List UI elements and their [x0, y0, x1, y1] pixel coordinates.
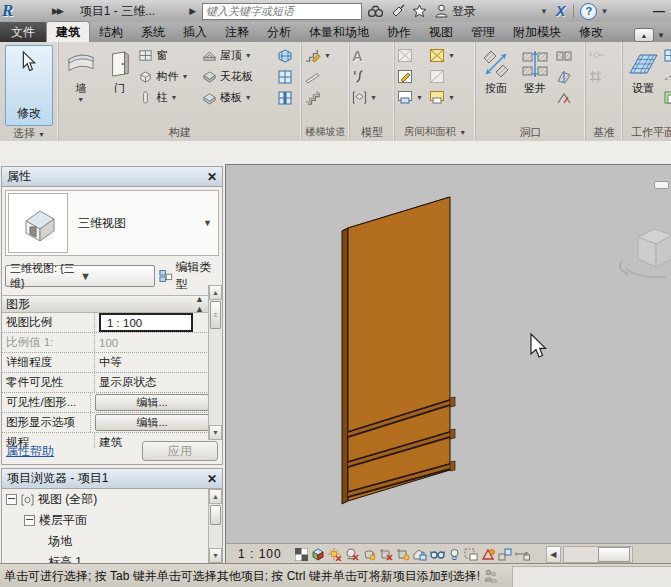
type-selector-caret-icon[interactable]: ▼: [203, 218, 218, 228]
displacement-set-icon[interactable]: [498, 547, 513, 562]
tab-addins[interactable]: 附加模块: [504, 22, 570, 42]
constraints-icon[interactable]: [515, 547, 530, 562]
show-workplane-button[interactable]: [663, 45, 671, 66]
tab-file[interactable]: 文件: [0, 22, 46, 42]
tab-massing-site[interactable]: 体量和场地: [300, 22, 378, 42]
property-row-view-scale[interactable]: 视图比例 1 : 100: [2, 313, 209, 333]
tab-annotate[interactable]: 注释: [216, 22, 258, 42]
editing-requests-icon[interactable]: [484, 569, 497, 583]
user-icon[interactable]: [433, 3, 450, 20]
tab-structure[interactable]: 结构: [90, 22, 132, 42]
shaft-button[interactable]: 竖井: [516, 45, 554, 95]
search-binoculars-icon[interactable]: [367, 3, 384, 20]
scroll-thumb[interactable]: [210, 505, 221, 525]
quick-access-expand-icon[interactable]: ▶▶: [52, 6, 62, 16]
scroll-up-icon[interactable]: ▲: [209, 285, 222, 300]
type-selector[interactable]: 三维视图 ▼: [5, 190, 219, 256]
door-button[interactable]: 门: [103, 45, 137, 95]
view-restore-button[interactable]: [654, 181, 669, 189]
panel-label-datum[interactable]: 基准: [586, 125, 622, 140]
section-collapse-icon[interactable]: ▲▲: [195, 294, 204, 314]
vertical-opening-button[interactable]: [556, 66, 578, 87]
drawing-area[interactable]: 1 : 100 ◀: [225, 164, 671, 564]
exchange-apps-icon[interactable]: X: [556, 3, 565, 19]
floor-button[interactable]: 楼板▼: [202, 87, 275, 108]
property-row-scale-value[interactable]: 比例值 1: 100: [2, 333, 209, 353]
sun-path-icon[interactable]: [328, 547, 343, 562]
tab-view[interactable]: 视图: [420, 22, 462, 42]
area-tag-button[interactable]: ▼: [429, 87, 463, 108]
favorites-star-icon[interactable]: [411, 3, 428, 20]
room-button[interactable]: [397, 45, 427, 66]
project-browser-header[interactable]: 项目浏览器 - 项目1 ✕: [2, 469, 222, 489]
shadows-icon[interactable]: [345, 547, 360, 562]
mullion-button[interactable]: [277, 87, 299, 108]
crop-view-icon[interactable]: [379, 547, 394, 562]
tree-item-site[interactable]: 场地: [2, 531, 222, 552]
unlocked-view-icon[interactable]: [413, 547, 428, 562]
panel-label-room-area[interactable]: 房间和面积 ▼: [395, 125, 475, 140]
dormer-opening-button[interactable]: [556, 87, 578, 108]
expander-icon[interactable]: [6, 494, 17, 505]
room-tag-button[interactable]: ▼: [397, 87, 427, 108]
properties-header[interactable]: 属性 ✕: [2, 167, 222, 187]
curtain-grid-button[interactable]: [277, 66, 299, 87]
view-scale-value[interactable]: 1 : 100: [99, 313, 193, 332]
analytical-model-icon[interactable]: [481, 547, 496, 562]
scroll-down-icon[interactable]: ▼: [209, 548, 222, 563]
tree-item-floor-plans[interactable]: 楼层平面: [2, 510, 222, 531]
curtain-system-button[interactable]: [277, 45, 299, 66]
panel-label-stairs[interactable]: 楼梯坡道: [302, 125, 349, 140]
apply-button[interactable]: 应用: [142, 441, 218, 461]
ref-plane-button[interactable]: [663, 66, 671, 87]
panel-label-build[interactable]: 构建: [59, 125, 301, 140]
grid-button[interactable]: [588, 66, 605, 87]
by-face-button[interactable]: 按面: [478, 45, 514, 95]
properties-close-icon[interactable]: ✕: [207, 170, 217, 184]
help-icon[interactable]: ?: [580, 3, 597, 20]
wall-opening-button[interactable]: [556, 45, 578, 66]
rendering-dialog-icon[interactable]: [362, 547, 377, 562]
properties-help-link[interactable]: 属性帮助: [6, 443, 54, 460]
detail-level-icon[interactable]: [294, 547, 309, 562]
tab-analyze[interactable]: 分析: [258, 22, 300, 42]
browser-scrollbar[interactable]: ▲ ▼: [208, 489, 222, 563]
ramp-button[interactable]: [304, 66, 331, 87]
visual-style-icon[interactable]: [311, 547, 326, 562]
property-row-graphic-display[interactable]: 图形显示选项 编辑...: [2, 413, 209, 433]
modify-button[interactable]: 修改: [5, 45, 53, 126]
ceiling-button[interactable]: 天花板: [202, 66, 275, 87]
hscroll-thumb[interactable]: [598, 547, 630, 562]
properties-scrollbar[interactable]: ▲ ≡ ▼: [208, 285, 222, 440]
scroll-thumb[interactable]: ≡: [210, 301, 221, 329]
help-caret-icon[interactable]: ▼: [600, 7, 608, 16]
search-flyout-icon[interactable]: ▶: [189, 6, 196, 16]
viewer-button[interactable]: [663, 87, 671, 108]
scroll-up-icon[interactable]: ▲: [209, 489, 222, 504]
graphic-display-edit-button[interactable]: 编辑...: [95, 414, 209, 431]
project-browser-close-icon[interactable]: ✕: [207, 472, 217, 486]
panel-label-opening[interactable]: 洞口: [476, 125, 585, 140]
visibility-edit-button[interactable]: 编辑...: [95, 394, 209, 411]
panel-label-select[interactable]: 选择 ▼: [0, 126, 58, 140]
signin-label[interactable]: 登录: [452, 3, 476, 20]
panel-label-model[interactable]: 模型: [350, 125, 394, 140]
panel-label-workplane[interactable]: 工作平面: [623, 125, 671, 140]
temporary-view-properties-icon[interactable]: [464, 547, 479, 562]
instance-selector[interactable]: 三维视图: {三维} ▼: [5, 265, 155, 287]
ribbon-collapse-caret-icon[interactable]: ▼: [657, 31, 665, 40]
tab-manage[interactable]: 管理: [462, 22, 504, 42]
show-crop-region-icon[interactable]: [396, 547, 411, 562]
horizontal-scrollbar[interactable]: [563, 546, 633, 563]
model-3d-wall[interactable]: [226, 165, 671, 544]
roof-button[interactable]: 屋顶▼: [202, 45, 275, 66]
model-group-button[interactable]: ▼: [352, 87, 377, 108]
tab-insert[interactable]: 插入: [174, 22, 216, 42]
signin-caret-icon[interactable]: ▼: [540, 7, 548, 16]
area-boundary-button[interactable]: [429, 66, 463, 87]
tab-collaborate[interactable]: 协作: [378, 22, 420, 42]
level-button[interactable]: 1.: [588, 45, 605, 66]
reveal-hidden-icon[interactable]: [447, 547, 462, 562]
component-button[interactable]: 构件▼: [138, 66, 199, 87]
room-separator-button[interactable]: [397, 66, 427, 87]
